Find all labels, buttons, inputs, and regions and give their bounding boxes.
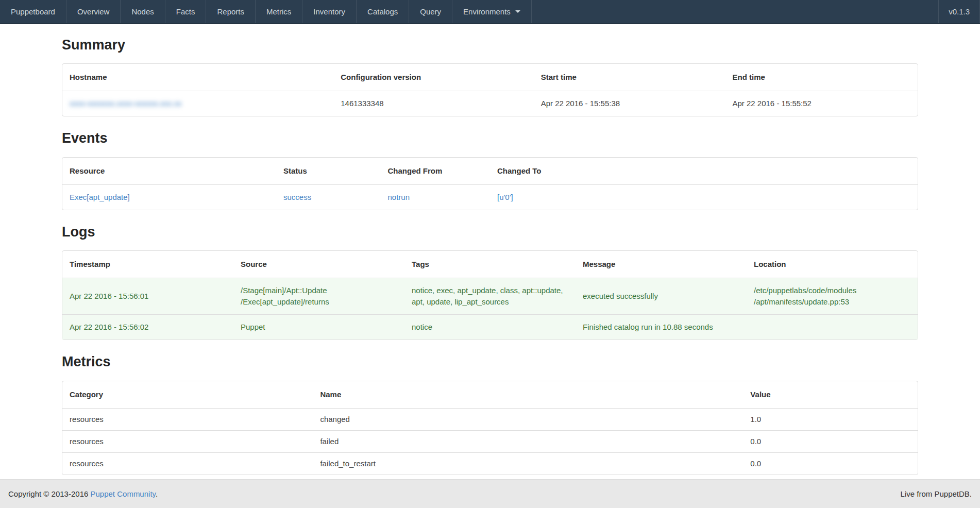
navbar-brand[interactable]: Puppetboard bbox=[0, 0, 66, 23]
metric-value-cell: 1.0 bbox=[743, 408, 918, 430]
metric-name-cell: changed bbox=[313, 408, 743, 430]
events-table: Resource Status Changed From Changed To … bbox=[62, 157, 918, 210]
log-message-cell: Finished catalog run in 10.88 seconds bbox=[576, 314, 747, 340]
nav-item-facts[interactable]: Facts bbox=[165, 0, 207, 23]
metrics-col-category: Category bbox=[62, 381, 313, 408]
environments-dropdown-label: Environments bbox=[463, 7, 511, 16]
metric-name-cell: failed_to_restart bbox=[313, 452, 743, 475]
app-version-label: v0.1.3 bbox=[938, 0, 980, 23]
metric-row: resources failed 0.0 bbox=[62, 430, 918, 452]
logs-col-message: Message bbox=[576, 251, 747, 278]
logs-col-tags: Tags bbox=[404, 251, 576, 278]
footer-copyright: Copyright © 2013-2016 Puppet Community. bbox=[8, 489, 158, 498]
log-source-cell: Puppet bbox=[233, 314, 404, 340]
metrics-heading: Metrics bbox=[62, 353, 918, 370]
nav-item-nodes[interactable]: Nodes bbox=[121, 0, 165, 23]
logs-col-timestamp: Timestamp bbox=[62, 251, 233, 278]
summary-start-time-cell: Apr 22 2016 - 15:55:38 bbox=[534, 91, 725, 116]
summary-row: xxxx-xxxxxxx.xxxx-xxxxxx.xxx.xx 14613333… bbox=[62, 91, 918, 116]
metric-value-cell: 0.0 bbox=[743, 430, 918, 452]
summary-end-time-cell: Apr 22 2016 - 15:55:52 bbox=[725, 91, 918, 116]
logs-col-source: Source bbox=[233, 251, 404, 278]
log-timestamp-cell: Apr 22 2016 - 15:56:01 bbox=[62, 278, 233, 314]
nav-item-overview[interactable]: Overview bbox=[66, 0, 121, 23]
caret-down-icon bbox=[515, 10, 520, 13]
nav-item-inventory[interactable]: Inventory bbox=[302, 0, 357, 23]
event-changed-to-link[interactable]: [u'0'] bbox=[497, 193, 513, 201]
events-col-changed-from: Changed From bbox=[381, 158, 490, 184]
event-status-link[interactable]: success bbox=[283, 193, 311, 201]
copyright-period: . bbox=[156, 489, 158, 498]
summary-table: Hostname Configuration version Start tim… bbox=[62, 63, 918, 116]
summary-config-version-cell: 1461333348 bbox=[333, 91, 533, 116]
summary-col-config-version: Configuration version bbox=[333, 64, 533, 91]
log-tags-cell: notice, exec, apt_update, class, apt::up… bbox=[404, 278, 576, 314]
metric-name-cell: failed bbox=[313, 430, 743, 452]
log-row: Apr 22 2016 - 15:56:02 Puppet notice Fin… bbox=[62, 314, 918, 340]
event-row: Exec[apt_update] success notrun [u'0'] bbox=[62, 184, 918, 210]
log-source-line: /Stage[main]/Apt::Update bbox=[241, 285, 397, 296]
event-status-cell: success bbox=[276, 184, 381, 210]
logs-table: Timestamp Source Tags Message Location A… bbox=[62, 250, 918, 340]
metric-category-cell: resources bbox=[62, 430, 313, 452]
main-content: Summary Hostname Configuration version S… bbox=[62, 24, 918, 508]
log-location-line: /apt/manifests/update.pp:53 bbox=[754, 296, 910, 308]
metric-row: resources failed_to_restart 0.0 bbox=[62, 452, 918, 475]
events-heading: Events bbox=[62, 130, 918, 146]
log-timestamp-cell: Apr 22 2016 - 15:56:02 bbox=[62, 314, 233, 340]
metrics-table: Category Name Value resources changed 1.… bbox=[62, 381, 918, 475]
event-changed-from-cell: notrun bbox=[381, 184, 490, 210]
summary-col-start-time: Start time bbox=[534, 64, 725, 91]
event-changed-from-link[interactable]: notrun bbox=[388, 193, 410, 201]
logs-header-row: Timestamp Source Tags Message Location bbox=[62, 251, 918, 278]
event-resource-link[interactable]: Exec[apt_update] bbox=[70, 193, 130, 201]
logs-heading: Logs bbox=[62, 224, 918, 240]
metric-category-cell: resources bbox=[62, 452, 313, 475]
log-row: Apr 22 2016 - 15:56:01 /Stage[main]/Apt:… bbox=[62, 278, 918, 314]
events-col-resource: Resource bbox=[62, 158, 276, 184]
events-header-row: Resource Status Changed From Changed To bbox=[62, 158, 918, 184]
footer-live-status: Live from PuppetDB. bbox=[901, 489, 972, 498]
summary-header-row: Hostname Configuration version Start tim… bbox=[62, 64, 918, 91]
event-changed-to-cell: [u'0'] bbox=[490, 184, 918, 210]
environments-dropdown[interactable]: Environments bbox=[452, 0, 532, 23]
log-source-cell: /Stage[main]/Apt::Update /Exec[apt_updat… bbox=[233, 278, 404, 314]
top-navbar: Puppetboard Overview Nodes Facts Reports… bbox=[0, 0, 980, 24]
metrics-header-row: Category Name Value bbox=[62, 381, 918, 408]
nav-item-reports[interactable]: Reports bbox=[206, 0, 256, 23]
summary-col-end-time: End time bbox=[725, 64, 918, 91]
metrics-col-value: Value bbox=[743, 381, 918, 408]
log-tags-cell: notice bbox=[404, 314, 576, 340]
logs-col-location: Location bbox=[747, 251, 918, 278]
copyright-text: Copyright © 2013-2016 bbox=[8, 489, 88, 498]
nav-item-catalogs[interactable]: Catalogs bbox=[357, 0, 409, 23]
event-resource-cell: Exec[apt_update] bbox=[62, 184, 276, 210]
log-location-cell bbox=[747, 314, 918, 340]
log-location-line: /etc/puppetlabs/code/modules bbox=[754, 285, 910, 296]
events-col-status: Status bbox=[276, 158, 381, 184]
events-col-changed-to: Changed To bbox=[490, 158, 918, 184]
hostname-link[interactable]: xxxx-xxxxxxx.xxxx-xxxxxx.xxx.xx bbox=[70, 99, 182, 108]
metric-value-cell: 0.0 bbox=[743, 452, 918, 475]
navbar-spacer bbox=[532, 0, 938, 23]
page-footer: Copyright © 2013-2016 Puppet Community. … bbox=[0, 479, 980, 508]
summary-heading: Summary bbox=[62, 37, 918, 53]
puppet-community-link[interactable]: Puppet Community bbox=[91, 489, 156, 498]
metric-row: resources changed 1.0 bbox=[62, 408, 918, 430]
nav-item-metrics[interactable]: Metrics bbox=[256, 0, 302, 23]
log-location-cell: /etc/puppetlabs/code/modules /apt/manife… bbox=[747, 278, 918, 314]
log-message-cell: executed successfully bbox=[576, 278, 747, 314]
metric-category-cell: resources bbox=[62, 408, 313, 430]
metrics-col-name: Name bbox=[313, 381, 743, 408]
summary-col-hostname: Hostname bbox=[62, 64, 333, 91]
log-source-line: /Exec[apt_update]/returns bbox=[241, 296, 397, 308]
nav-item-query[interactable]: Query bbox=[409, 0, 452, 23]
summary-hostname-cell: xxxx-xxxxxxx.xxxx-xxxxxx.xxx.xx bbox=[62, 91, 333, 116]
